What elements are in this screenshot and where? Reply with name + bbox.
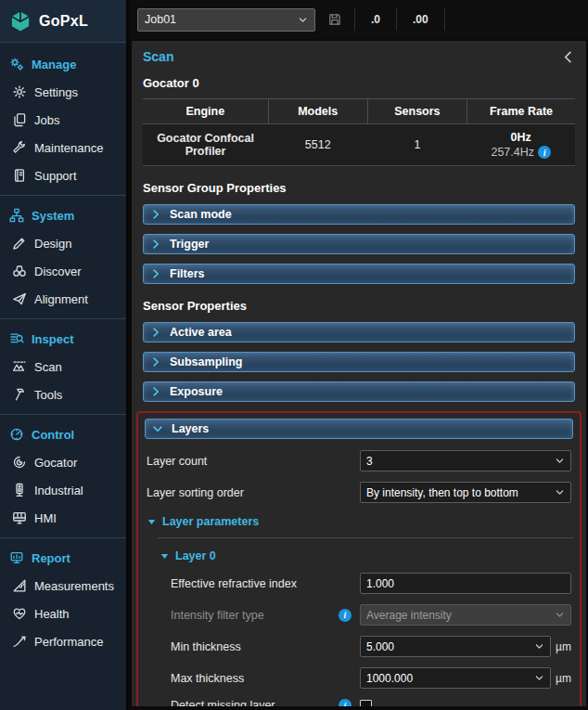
documents-icon	[12, 112, 27, 127]
sidebar-header-inspect[interactable]: Inspect	[0, 325, 126, 353]
sidebar-header-report[interactable]: Report	[0, 544, 126, 572]
section-label: System	[32, 209, 74, 223]
col-sensors: Sensors	[367, 99, 467, 124]
sidebar-item-performance[interactable]: Performance	[0, 627, 126, 655]
layer0-toggle[interactable]: Layer 0	[160, 549, 571, 562]
device-name: Gocator 0	[143, 76, 575, 90]
decimal-increase-button[interactable]: .00	[406, 10, 435, 29]
scan-panel: Scan Gocator 0 Engine Models Sensors Fra…	[132, 41, 586, 706]
sidebar-item-measurements[interactable]: Measurements	[0, 572, 126, 600]
item-label: Performance	[34, 635, 103, 649]
measurements-ruler-icon	[12, 578, 27, 593]
intensity-filter-label: Intensity filter type	[171, 609, 339, 622]
max-thickness-label: Max thickness	[171, 672, 360, 685]
accordion-label: Trigger	[170, 238, 209, 251]
sidebar-nav: Manage Settings Jobs Maintenance Support	[0, 43, 126, 661]
sidebar-item-settings[interactable]: Settings	[0, 78, 126, 106]
item-label: Support	[34, 169, 77, 183]
cell-sensors: 1	[367, 124, 467, 166]
health-heart-icon	[12, 606, 27, 621]
sidebar-header-system[interactable]: System	[0, 201, 126, 229]
cell-engine: Gocator Confocal Profiler	[143, 124, 268, 166]
job-select[interactable]: Job01	[137, 8, 315, 32]
layer0-group: Layer 0 Effective refractive index Inten…	[158, 537, 573, 706]
chevron-right-icon	[150, 239, 161, 250]
sidebar-item-gocator[interactable]: Gocator	[0, 448, 126, 476]
accordion-label: Active area	[170, 326, 232, 339]
sidebar-item-alignment[interactable]: Alignment	[0, 285, 126, 313]
topbar-divider	[444, 8, 445, 31]
accordion-active-area[interactable]: Active area	[143, 322, 575, 342]
sidebar-section-manage: Manage Settings Jobs Maintenance Support	[0, 48, 126, 196]
gopxl-cube-logo-icon	[9, 10, 32, 32]
gocator-icon	[12, 455, 27, 470]
layer-sorting-select[interactable]: By intensity, then top to bottom	[360, 482, 571, 503]
accordion-label: Scan mode	[170, 208, 232, 221]
layer-count-row: Layer count 3	[147, 450, 571, 471]
design-pencil-icon	[12, 236, 27, 251]
min-thickness-value: 5.000	[366, 640, 394, 653]
section-label: Control	[32, 428, 74, 442]
sidebar-item-tools[interactable]: Tools	[0, 381, 126, 408]
sidebar-item-health[interactable]: Health	[0, 600, 126, 627]
chevron-down-icon	[298, 15, 308, 25]
accordion-filters[interactable]: Filters	[143, 264, 575, 284]
sidebar-item-jobs[interactable]: Jobs	[0, 106, 126, 134]
accordion-subsampling[interactable]: Subsampling	[143, 352, 575, 372]
sidebar-item-industrial[interactable]: Industrial	[0, 476, 126, 504]
info-icon[interactable]: i	[339, 609, 352, 622]
sensor-properties-heading: Sensor Properties	[143, 299, 575, 313]
layer-count-value: 3	[366, 455, 373, 468]
sidebar-section-control: Control Gocator Industrial HMI	[0, 419, 126, 538]
col-engine: Engine	[143, 99, 268, 124]
collapse-panel-icon[interactable]	[561, 50, 575, 64]
sidebar-header-manage[interactable]: Manage	[0, 50, 126, 78]
sidebar-item-discover[interactable]: Discover	[0, 257, 126, 285]
cell-models: 5512	[268, 124, 367, 166]
topbar-divider	[396, 8, 397, 31]
hmi-monitor-icon	[12, 510, 27, 525]
save-job-button[interactable]	[325, 9, 345, 30]
control-gauge-icon	[9, 427, 24, 442]
accordion-label: Exposure	[170, 385, 223, 398]
panel-content: Gocator 0 Engine Models Sensors Frame Ra…	[132, 76, 586, 706]
binoculars-icon	[12, 264, 27, 278]
alignment-plane-icon	[12, 291, 27, 306]
app-window: GoPxL Manage Settings Jobs Maintena	[0, 0, 588, 710]
item-label: Tools	[34, 388, 62, 402]
max-thickness-row: Max thickness 1000.000 µm	[171, 667, 571, 689]
accordion-scan-mode[interactable]: Scan mode	[143, 204, 575, 225]
detect-missing-layer-row: Detect missing layer i	[171, 699, 571, 706]
layer-count-select[interactable]: 3	[360, 450, 571, 471]
accordion-exposure[interactable]: Exposure	[143, 381, 575, 402]
min-thickness-input[interactable]: 5.000	[360, 636, 551, 657]
sidebar-item-support[interactable]: Support	[0, 161, 126, 189]
max-thickness-input[interactable]: 1000.000	[360, 667, 551, 689]
decimal-decrease-button[interactable]: .0	[364, 10, 387, 29]
sidebar: GoPxL Manage Settings Jobs Maintena	[0, 0, 128, 710]
sidebar-item-maintenance[interactable]: Maintenance	[0, 134, 126, 161]
frame-rate-max-value: 257.4Hz	[491, 146, 534, 159]
min-thickness-unit: µm	[556, 640, 571, 653]
sensor-group-heading: Sensor Group Properties	[143, 181, 575, 195]
item-label: Industrial	[34, 484, 83, 497]
accordion-layers[interactable]: Layers	[145, 419, 573, 439]
table-header-row: Engine Models Sensors Frame Rate	[143, 99, 575, 124]
detect-missing-layer-label: Detect missing layer	[171, 699, 339, 706]
info-icon[interactable]: i	[339, 699, 352, 706]
refractive-index-input[interactable]	[360, 573, 571, 594]
layer-parameters-toggle[interactable]: Layer parameters	[147, 515, 571, 528]
topbar: Job01 .0 .00	[130, 0, 588, 39]
item-label: Scan	[34, 360, 62, 374]
accordion-trigger[interactable]: Trigger	[143, 234, 575, 254]
info-icon[interactable]: i	[538, 146, 551, 159]
sidebar-item-hmi[interactable]: HMI	[0, 504, 126, 532]
accordion-label: Layers	[172, 422, 209, 435]
item-label: Jobs	[34, 113, 59, 127]
sidebar-item-design[interactable]: Design	[0, 229, 126, 257]
sidebar-item-scan[interactable]: Scan	[0, 353, 126, 381]
detect-missing-layer-checkbox[interactable]	[360, 700, 372, 707]
min-thickness-row: Min thickness 5.000 µm	[171, 636, 571, 657]
sidebar-header-control[interactable]: Control	[0, 420, 126, 448]
topbar-divider	[354, 8, 355, 31]
